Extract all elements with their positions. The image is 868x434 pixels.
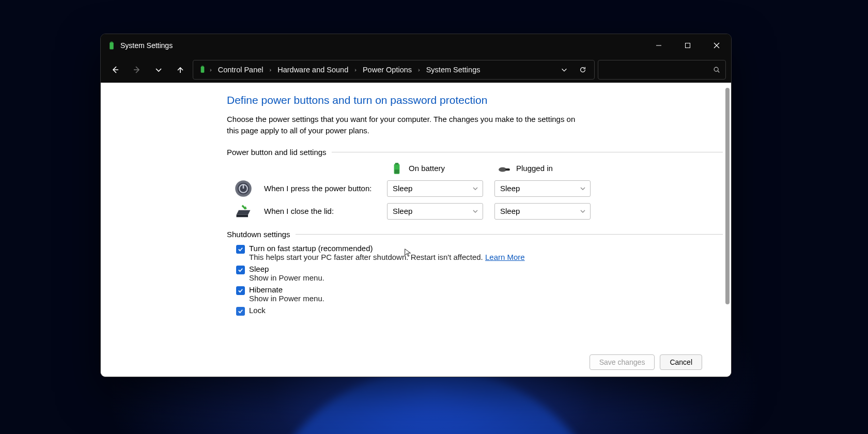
chevron-down-icon <box>472 208 478 214</box>
svg-rect-10 <box>202 66 204 67</box>
battery-icon <box>107 41 116 50</box>
svg-rect-3 <box>686 43 690 48</box>
combo-value: Sleep <box>500 207 520 215</box>
page-heading: Define power buttons and turn on passwor… <box>227 94 723 106</box>
checkbox-icon <box>236 286 245 295</box>
chevron-down-icon <box>472 185 478 192</box>
svg-rect-0 <box>110 42 114 50</box>
window-title: System Settings <box>120 41 644 50</box>
svg-rect-15 <box>395 169 399 174</box>
combo-lid-battery[interactable]: Sleep <box>387 203 483 220</box>
chevron-right-icon: › <box>269 67 273 73</box>
row-label-lid: When I close the lid: <box>264 207 383 215</box>
page-description: Choose the power settings that you want … <box>227 114 588 136</box>
checkbox-label: Sleep <box>249 265 324 273</box>
group-power-button-lid: Power button and lid settings <box>227 148 723 157</box>
history-dropdown-button[interactable] <box>149 60 168 79</box>
checkbox-label: Lock <box>249 306 266 315</box>
scrollbar-thumb[interactable] <box>725 88 730 304</box>
row-label-power-button: When I press the power button: <box>264 184 383 193</box>
maximize-button[interactable] <box>673 34 702 57</box>
back-button[interactable] <box>106 60 125 79</box>
group-shutdown-settings: Shutdown settings <box>227 230 723 239</box>
checkbox-description: Show in Power menu. <box>249 273 324 282</box>
column-header-battery: On battery <box>387 162 490 175</box>
combo-value: Sleep <box>393 184 412 193</box>
checkbox-description: This helps start your PC faster after sh… <box>249 253 525 261</box>
combo-value: Sleep <box>500 184 520 193</box>
address-bar[interactable]: › Control Panel › Hardware and Sound › P… <box>193 60 595 80</box>
refresh-button[interactable] <box>575 62 591 78</box>
chevron-right-icon: › <box>209 67 213 73</box>
group-label-text: Power button and lid settings <box>227 148 327 157</box>
breadcrumb-segment[interactable]: Hardware and Sound <box>274 64 351 76</box>
combo-lid-plugged[interactable]: Sleep <box>494 203 591 220</box>
column-label: On battery <box>409 164 445 173</box>
svg-point-16 <box>499 167 506 172</box>
forward-button[interactable] <box>128 60 146 79</box>
checkbox-lock[interactable]: Lock <box>236 306 723 316</box>
battery-icon <box>390 162 404 175</box>
checkbox-icon <box>236 266 245 274</box>
up-button[interactable] <box>171 60 190 79</box>
breadcrumb-segment[interactable]: Power Options <box>360 64 415 76</box>
breadcrumb-segment[interactable]: System Settings <box>423 64 484 76</box>
checkbox-hibernate[interactable]: Hibernate Show in Power menu. <box>236 285 723 303</box>
svg-rect-14 <box>395 163 399 164</box>
nav-toolbar: › Control Panel › Hardware and Sound › P… <box>101 57 731 83</box>
combo-value: Sleep <box>393 207 412 215</box>
chevron-down-icon <box>580 208 586 214</box>
search-input[interactable] <box>598 60 726 80</box>
svg-rect-9 <box>201 66 205 72</box>
combo-power-button-plugged[interactable]: Sleep <box>494 180 591 197</box>
checkbox-fast-startup[interactable]: Turn on fast startup (recommended) This … <box>236 244 723 261</box>
address-dropdown-button[interactable] <box>556 62 572 78</box>
combo-power-button-battery[interactable]: Sleep <box>387 180 483 197</box>
checkbox-label: Turn on fast startup (recommended) <box>249 244 525 253</box>
close-button[interactable] <box>702 34 731 57</box>
vertical-scrollbar[interactable] <box>724 88 731 343</box>
svg-rect-1 <box>111 42 113 43</box>
svg-point-11 <box>714 67 718 71</box>
checkbox-icon <box>236 307 245 316</box>
save-changes-button[interactable]: Save changes <box>590 354 655 370</box>
learn-more-link[interactable]: Learn More <box>485 253 525 261</box>
chevron-right-icon: › <box>417 67 421 73</box>
column-label: Plugged in <box>516 164 553 173</box>
control-panel-window: System Settings › Control Pane <box>100 34 732 377</box>
footer-bar: Save changes Cancel <box>101 348 731 377</box>
lid-close-icon <box>234 202 253 221</box>
client-area: Define power buttons and turn on passwor… <box>101 83 731 377</box>
chevron-right-icon: › <box>353 67 358 73</box>
titlebar: System Settings <box>101 34 731 57</box>
search-icon <box>713 66 720 73</box>
svg-line-12 <box>718 71 719 72</box>
cancel-button[interactable]: Cancel <box>660 354 702 370</box>
power-button-icon <box>234 179 253 198</box>
chevron-down-icon <box>580 185 586 192</box>
svg-rect-17 <box>505 168 510 171</box>
breadcrumb-segment[interactable]: Control Panel <box>215 64 267 76</box>
column-header-plugged: Plugged in <box>494 162 598 175</box>
checkbox-description: Show in Power menu. <box>249 294 324 303</box>
minimize-button[interactable] <box>644 34 673 57</box>
checkbox-label: Hibernate <box>249 285 324 294</box>
battery-icon <box>198 65 207 75</box>
checkbox-icon <box>236 245 245 254</box>
checkbox-sleep[interactable]: Sleep Show in Power menu. <box>236 265 723 282</box>
group-label-text: Shutdown settings <box>227 230 290 239</box>
plug-icon <box>498 162 511 175</box>
